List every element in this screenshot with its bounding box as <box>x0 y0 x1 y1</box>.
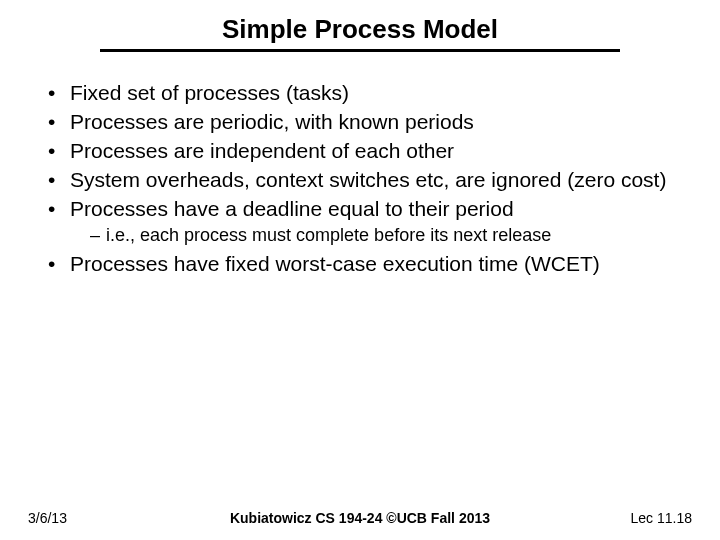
list-item: Processes have fixed worst-case executio… <box>48 251 690 278</box>
footer-center: Kubiatowicz CS 194-24 ©UCB Fall 2013 <box>0 510 720 526</box>
list-item: Processes have a deadline equal to their… <box>48 196 690 248</box>
slide-footer: Kubiatowicz CS 194-24 ©UCB Fall 2013 3/6… <box>0 510 720 526</box>
slide: Simple Process Model Fixed set of proces… <box>0 0 720 540</box>
slide-title: Simple Process Model <box>0 0 720 49</box>
list-item: System overheads, context switches etc, … <box>48 167 690 194</box>
footer-page: Lec 11.18 <box>631 510 693 526</box>
footer-date: 3/6/13 <box>28 510 67 526</box>
slide-body: Fixed set of processes (tasks) Processes… <box>0 52 720 278</box>
list-item: Processes are independent of each other <box>48 138 690 165</box>
list-item: Processes are periodic, with known perio… <box>48 109 690 136</box>
list-item: Fixed set of processes (tasks) <box>48 80 690 107</box>
sub-bullet-list: i.e., each process must complete before … <box>70 224 690 247</box>
list-item-text: Processes have a deadline equal to their… <box>70 197 514 220</box>
bullet-list: Fixed set of processes (tasks) Processes… <box>48 80 690 278</box>
sub-list-item: i.e., each process must complete before … <box>90 224 690 247</box>
